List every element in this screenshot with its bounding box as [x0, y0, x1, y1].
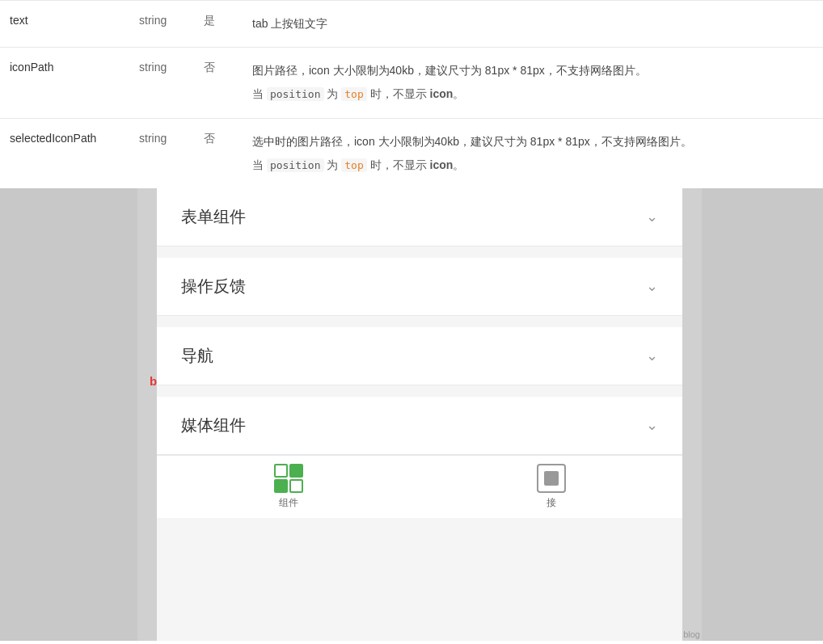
accordion-feedback-header[interactable]: 操作反馈 ⌄ — [157, 258, 682, 316]
prop-name: selectedIconPath — [0, 118, 129, 188]
table-row: text string 是 tab 上按钮文字 — [0, 1, 823, 48]
prop-name: text — [0, 1, 129, 48]
left-panel — [0, 188, 137, 641]
chevron-down-icon: ⌄ — [646, 277, 658, 295]
accordion-form-label: 表单组件 — [181, 206, 246, 228]
accordion-form-header[interactable]: 表单组件 ⌄ — [157, 188, 682, 246]
prop-required: 是 — [194, 1, 243, 48]
grid-cell — [274, 479, 288, 493]
grid-cell — [289, 464, 303, 478]
accordion-nav[interactable]: 导航 ⌄ — [157, 327, 682, 385]
property-table: text string 是 tab 上按钮文字 iconPath string … — [0, 0, 823, 188]
tab-item-left[interactable]: 组件 — [274, 464, 303, 510]
accordion-nav-header[interactable]: 导航 ⌄ — [157, 327, 682, 385]
chevron-down-icon: ⌄ — [646, 347, 658, 364]
tab-label-left: 组件 — [279, 496, 298, 510]
chip-inner — [544, 471, 559, 486]
prop-type: string — [129, 48, 194, 118]
table-row: selectedIconPath string 否 选中时的图片路径，icon … — [0, 118, 823, 188]
spacer — [157, 318, 682, 327]
prop-desc: 选中时的图片路径，icon 大小限制为40kb，建议尺寸为 81px * 81p… — [243, 118, 823, 188]
tab-item-right[interactable]: 接 — [537, 464, 566, 510]
prop-required: 否 — [194, 118, 243, 188]
accordion-media-label: 媒体组件 — [181, 415, 246, 436]
accordion-media-header[interactable]: 媒体组件 ⌄ — [157, 397, 682, 455]
chevron-down-icon: ⌄ — [646, 416, 658, 434]
spacer — [157, 248, 682, 258]
grid-cell — [274, 464, 288, 478]
accordion-feedback-label: 操作反馈 — [181, 276, 246, 297]
prop-desc: 图片路径，icon 大小限制为40kb，建议尺寸为 81px * 81px，不支… — [243, 48, 823, 118]
phone-frame: 表单组件 ⌄ 操作反馈 ⌄ 导航 ⌄ 媒体组件 ⌄ — [157, 188, 682, 641]
prop-required: 否 — [194, 48, 243, 118]
grid-cell — [289, 479, 303, 493]
accordion-form[interactable]: 表单组件 ⌄ — [157, 188, 682, 246]
tab-label-right: 接 — [547, 496, 556, 510]
table-row: iconPath string 否 图片路径，icon 大小限制为40kb，建议… — [0, 48, 823, 118]
tab-bar: 组件 接 — [157, 455, 682, 518]
preview-section: 表单组件 ⌄ 操作反馈 ⌄ 导航 ⌄ 媒体组件 ⌄ — [0, 188, 823, 641]
accordion-feedback[interactable]: 操作反馈 ⌄ — [157, 258, 682, 316]
accordion-media[interactable]: 媒体组件 ⌄ 组件 接 — [157, 397, 682, 518]
accordion-nav-label: 导航 — [181, 345, 213, 367]
chevron-down-icon: ⌄ — [646, 208, 658, 225]
right-panel — [702, 188, 823, 641]
tab-chip-icon — [537, 464, 566, 493]
prop-desc: tab 上按钮文字 — [243, 1, 823, 48]
tab-grid-icon — [274, 464, 303, 493]
prop-type: string — [129, 118, 194, 188]
spacer — [157, 387, 682, 397]
prop-type: string — [129, 1, 194, 48]
prop-name: iconPath — [0, 48, 129, 118]
